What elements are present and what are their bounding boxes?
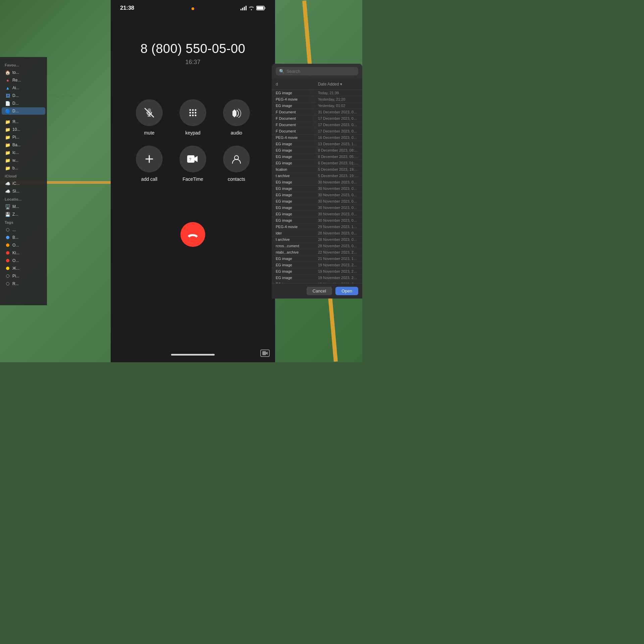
sidebar-item-label-icloud: iC... bbox=[12, 181, 19, 186]
mute-button[interactable]: mute bbox=[132, 99, 166, 136]
sidebar-item-do[interactable]: 🖼 D... bbox=[2, 92, 45, 99]
file-list-item[interactable]: EG image8 December 2023, 08:03 bbox=[272, 147, 362, 154]
file-type: EG image bbox=[276, 193, 318, 197]
sidebar-item-sl[interactable]: ☁️ Sl... bbox=[2, 187, 45, 195]
keypad-button[interactable]: keypad bbox=[176, 99, 210, 136]
file-list-item[interactable]: t archive28 November 2023, 07:51 bbox=[272, 236, 362, 243]
file-list-item[interactable]: t archive5 December 2023, 19:12 bbox=[272, 173, 362, 179]
sidebar-item-b[interactable]: 📁 b... bbox=[2, 164, 45, 172]
sidebar-item-z[interactable]: 💾 Z... bbox=[2, 211, 45, 218]
sidebar-item-ya[interactable]: 📁 Я... bbox=[2, 118, 45, 125]
svg-point-9 bbox=[190, 112, 191, 114]
mute-button-circle[interactable] bbox=[136, 99, 163, 126]
file-list-item[interactable]: PEG-4 movie29 November 2023, 14:21 bbox=[272, 224, 362, 230]
file-list-item[interactable]: EG image8 December 2023, 05:01 bbox=[272, 154, 362, 160]
contacts-button[interactable]: contacts bbox=[220, 146, 253, 182]
file-date: 19 November 2023, 22:09 bbox=[318, 276, 358, 280]
file-list-item[interactable]: EG imageYesterday, 01:02 bbox=[272, 103, 362, 109]
sidebar-item-re[interactable]: ● Re... bbox=[2, 76, 45, 84]
status-icons bbox=[240, 6, 266, 10]
sidebar-item-ba[interactable]: 📁 Ba... bbox=[2, 141, 45, 149]
search-input-wrap[interactable]: 🔍 bbox=[276, 67, 358, 75]
file-list-item[interactable]: ntabi...archive22 November 2023, 22:42 bbox=[272, 249, 362, 256]
sidebar-item-tag-red2[interactable]: O... bbox=[2, 257, 45, 264]
sidebar-item-d2[interactable]: 📄 D... bbox=[2, 100, 45, 107]
sidebar-item-tag-white[interactable]: Pi... bbox=[2, 272, 45, 280]
add-call-button[interactable]: add call bbox=[132, 146, 166, 182]
svg-rect-2 bbox=[265, 7, 266, 9]
file-list-item[interactable]: lication5 December 2023, 19:12 bbox=[272, 166, 362, 173]
sidebar-item-tag-red[interactable]: Ki... bbox=[2, 249, 45, 257]
sidebar-item-pi[interactable]: 📁 Pi... bbox=[2, 133, 45, 141]
file-list-item[interactable]: F Document31 December 2023, 05:48 bbox=[272, 109, 362, 115]
contacts-button-circle[interactable] bbox=[223, 146, 250, 172]
file-list-item[interactable]: F Document17 December 2023, 02:14 bbox=[272, 128, 362, 135]
sidebar-item-label-d2: D... bbox=[12, 101, 19, 106]
sidebar-item-to[interactable]: 🏠 to... bbox=[2, 69, 45, 76]
sidebar-item-mac[interactable]: 🖥️ M... bbox=[2, 203, 45, 210]
audio-button[interactable]: audio bbox=[220, 99, 253, 136]
folder-pi-icon: 📁 bbox=[5, 135, 10, 140]
sidebar-item-10[interactable]: 📁 10... bbox=[2, 126, 45, 133]
file-list-item[interactable]: F Document17 December 2023, 02:14 bbox=[272, 122, 362, 128]
file-type: rcros...cument bbox=[276, 244, 318, 248]
facetime-button-circle[interactable]: ? bbox=[179, 146, 206, 172]
file-list-item[interactable]: EG image19 November 2023, 22:09 bbox=[272, 275, 362, 281]
file-date: 13 December 2023, 18:14 bbox=[318, 142, 358, 146]
keypad-button-circle[interactable] bbox=[179, 99, 206, 126]
file-list-item[interactable]: EG image30 November 2023, 07:31 bbox=[272, 192, 362, 198]
file-list-item[interactable]: EG image30 November 2023, 07:31 bbox=[272, 217, 362, 224]
file-date: 17 December 2023, 02:14 bbox=[318, 123, 358, 127]
file-list-item[interactable]: EG image13 December 2023, 18:14 bbox=[272, 141, 362, 147]
tag-dot-icon bbox=[5, 227, 10, 232]
sidebar-item-tag-white2[interactable]: R... bbox=[2, 280, 45, 287]
file-list-item[interactable]: EG image21 November 2023, 17:12 bbox=[272, 256, 362, 262]
file-date: 19 November 2023, 22:09 bbox=[318, 269, 358, 273]
add-call-button-circle[interactable] bbox=[136, 146, 163, 172]
cancel-button[interactable]: Cancel bbox=[307, 287, 332, 295]
file-list-item[interactable]: EG imageToday, 21:39 bbox=[272, 90, 362, 96]
file-type: EG image bbox=[276, 161, 318, 165]
file-list-item[interactable]: EG image19 November 2023, 22:10 bbox=[272, 262, 362, 268]
sidebar-item-tag-dot[interactable]: ... bbox=[2, 226, 45, 233]
file-list-item[interactable]: EG image30 November 2023, 07:31 bbox=[272, 211, 362, 217]
sidebar-item-label-sl: Sl... bbox=[12, 189, 19, 194]
facetime-button[interactable]: ? FaceTime bbox=[176, 146, 210, 182]
file-list-item[interactable]: EG image6 December 2023, 01:44 bbox=[272, 160, 362, 166]
sidebar-item-w[interactable]: 📁 w... bbox=[2, 157, 45, 164]
mute-button-label: mute bbox=[144, 130, 154, 136]
sidebar-item-tag-yellow[interactable]: Ж... bbox=[2, 265, 45, 272]
file-list-item[interactable]: lder28 November 2023, 07:51 bbox=[272, 230, 362, 236]
sidebar-item-ai[interactable]: ▲ Ai... bbox=[2, 84, 45, 92]
file-type: t archive bbox=[276, 174, 318, 178]
file-list-item[interactable]: EG image19 November 2023, 22:09 bbox=[272, 268, 362, 275]
open-button[interactable]: Open bbox=[335, 287, 358, 295]
bar-2 bbox=[242, 8, 243, 10]
sidebar-item-label-ic: Ic... bbox=[12, 150, 19, 155]
end-call-button[interactable] bbox=[180, 222, 205, 247]
sidebar-item-icloud[interactable]: ☁️ iC... bbox=[2, 180, 45, 187]
sidebar-item-d3[interactable]: 🔵 D... bbox=[2, 107, 45, 115]
file-list-item[interactable]: EG image30 November 2023, 07:31 bbox=[272, 198, 362, 205]
file-type: EG image bbox=[276, 148, 318, 152]
file-list-item[interactable]: F Document17 December 2023, 02:14 bbox=[272, 115, 362, 122]
svg-point-6 bbox=[190, 109, 191, 111]
search-input[interactable] bbox=[286, 69, 355, 74]
file-type: EG image bbox=[276, 269, 318, 273]
file-list-item[interactable]: PEG-4 movie16 December 2023, 03:32 bbox=[272, 135, 362, 141]
file-date: 5 December 2023, 19:12 bbox=[318, 167, 358, 171]
tag-orange-icon bbox=[5, 243, 10, 248]
file-list-item[interactable]: rcros...cument28 November 2023, 00:44 bbox=[272, 243, 362, 249]
keypad-icon bbox=[188, 108, 198, 118]
sidebar-item-tag-blue[interactable]: B... bbox=[2, 234, 45, 241]
file-list-item[interactable]: EG image30 November 2023, 07:31 bbox=[272, 185, 362, 192]
file-list-item[interactable]: EG image30 November 2023, 07:31 bbox=[272, 205, 362, 211]
sidebar-item-tag-orange[interactable]: O... bbox=[2, 241, 45, 249]
header-col-name: d bbox=[276, 80, 318, 88]
sidebar-item-ic[interactable]: 📁 Ic... bbox=[2, 149, 45, 156]
audio-button-circle[interactable] bbox=[223, 99, 250, 126]
sidebar-item-label-tag-blue: B... bbox=[12, 235, 18, 240]
file-type: F Document bbox=[276, 110, 318, 114]
file-list-item[interactable]: EG image30 November 2023, 07:31 bbox=[272, 179, 362, 185]
file-list-item[interactable]: PEG-4 movieYesterday, 21:20 bbox=[272, 96, 362, 103]
